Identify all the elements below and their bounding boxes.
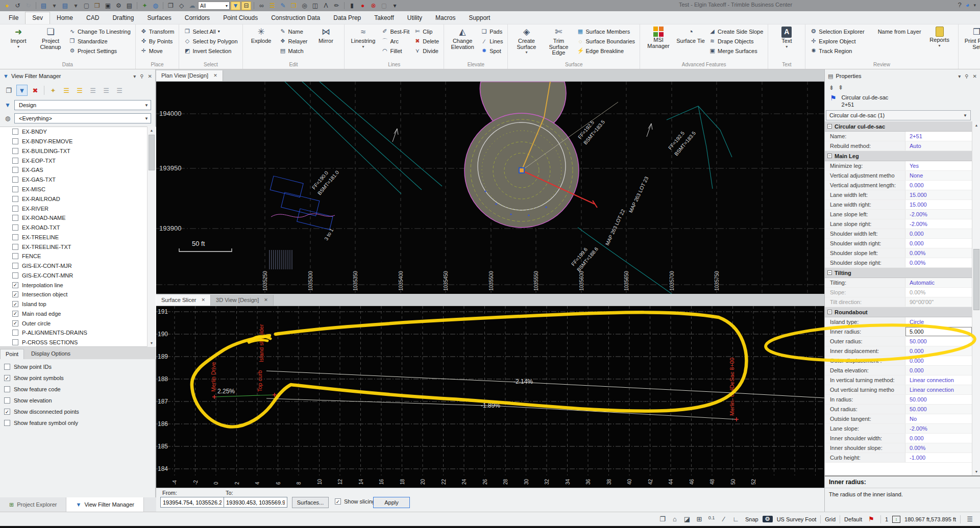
new-plan-view-icon[interactable]: ❐ — [166, 2, 176, 10]
layer-checkbox[interactable] — [12, 196, 18, 202]
ortho-icon[interactable]: ∟ — [731, 515, 741, 523]
layers-on-icon[interactable]: ☰ — [61, 85, 72, 96]
arc-button[interactable]: ⌒Arc — [380, 36, 410, 46]
undo-icon[interactable]: ↺ — [13, 2, 22, 10]
layer-filter-row[interactable]: EX-EOP-TXT — [0, 156, 156, 165]
presentation-icon[interactable]: ▮ — [347, 2, 357, 10]
edit-linework-icon[interactable]: ✎ — [278, 2, 288, 10]
compass-icon[interactable]: Λ — [321, 2, 331, 10]
divide-button[interactable]: ⋎Divide — [413, 46, 440, 56]
layer-filter-row[interactable]: EX-BNDY — [0, 127, 156, 137]
ribbon-tab-construction-data[interactable]: Construction Data — [264, 12, 327, 24]
scroll-up-icon[interactable]: ▲ — [972, 121, 980, 129]
snap-label[interactable]: Snap — [745, 516, 758, 522]
panel-close-icon[interactable]: ✕ — [973, 73, 977, 79]
everything-scope-combobox[interactable]: <Everything> ▼ — [14, 113, 151, 123]
lines-button[interactable]: ∕Lines — [480, 36, 504, 46]
layer-filter-row[interactable]: EX-ROAD-NAME — [0, 213, 156, 223]
redo-icon[interactable]: ↻ — [23, 2, 33, 10]
wand-icon[interactable]: ✦ — [47, 85, 59, 96]
property-row[interactable]: Lane slope right:-2.00% — [825, 219, 972, 229]
ribbon-tab-takeoff[interactable]: Takeoff — [368, 12, 400, 24]
close-tab-icon[interactable]: ✕ — [201, 297, 205, 303]
standardize-button[interactable]: ❒Standardize — [68, 36, 132, 46]
property-row[interactable]: Shoulder slope right:0.00% — [825, 258, 972, 268]
stop-icon[interactable]: ⊗ — [369, 2, 378, 10]
import-caret-icon[interactable]: ▾ — [50, 2, 59, 10]
property-row[interactable]: Tilt direction:90°00'00" — [825, 297, 972, 307]
property-value[interactable]: 90°00'00" — [905, 297, 972, 307]
layer-checkbox[interactable] — [12, 177, 18, 183]
change-to-linestring-button[interactable]: ∿Change To Linestring — [68, 27, 132, 36]
option-checkbox[interactable]: ✓ — [4, 375, 10, 381]
grid-label[interactable]: Grid — [825, 516, 836, 522]
collapse-icon[interactable]: − — [827, 270, 832, 275]
layer-checkbox[interactable] — [12, 129, 18, 135]
import-button[interactable]: ➜Import▾ — [4, 27, 33, 49]
property-value[interactable]: 50.000 — [905, 405, 972, 414]
property-value[interactable]: 0.000 — [905, 434, 972, 443]
shade-icon[interactable]: ◪ — [682, 515, 692, 523]
property-value[interactable]: -2.00% — [905, 210, 972, 219]
new-file-caret-icon[interactable]: ▾ — [71, 2, 81, 10]
layer-checkbox[interactable] — [12, 148, 18, 154]
collapse-icon[interactable]: − — [827, 154, 832, 158]
project-settings-button[interactable]: ⚙Project Settings — [68, 46, 132, 56]
reports-button[interactable]: Reports▾ — [925, 27, 954, 48]
layer-filter-row[interactable]: EX-RIVER — [0, 204, 156, 213]
layers-new-icon[interactable]: ☰ — [101, 85, 112, 96]
property-value[interactable]: 0.00% — [905, 288, 972, 297]
property-row[interactable]: Lane width right:15.000 — [825, 200, 972, 210]
explore-object-button[interactable]: ✢Explore Object — [809, 36, 865, 46]
layer-filter-row[interactable]: EX-BUILDING-TXT — [0, 146, 156, 156]
world-icon[interactable]: ❂ — [763, 516, 773, 522]
layer-filter-row[interactable]: EX-GAS-TXT — [0, 175, 156, 185]
layer-checkbox[interactable] — [12, 206, 18, 212]
property-value[interactable]: Linear connection — [905, 385, 972, 394]
point-tab[interactable]: Point — [0, 349, 24, 359]
scroll-down-icon[interactable]: ▼ — [972, 468, 980, 475]
panel-close-icon[interactable]: ✕ — [148, 73, 152, 79]
property-row[interactable]: Outer displacement :0.000 — [825, 356, 972, 366]
property-value[interactable]: 0.000 — [905, 346, 972, 356]
property-value[interactable]: 0.000 — [905, 181, 972, 190]
property-value[interactable]: 5.000 — [905, 327, 972, 336]
property-value[interactable]: 0.000 — [905, 239, 972, 248]
collapse-icon[interactable]: − — [827, 310, 832, 314]
import-internet-icon[interactable]: ◍ — [151, 2, 160, 10]
surfaces-button[interactable]: Surfaces... — [292, 497, 329, 508]
relayer-button[interactable]: ❖Relayer — [279, 36, 309, 46]
property-row[interactable]: Tilting:Automatic — [825, 278, 972, 288]
layer-checkbox[interactable] — [12, 158, 18, 164]
scrollbar-thumb[interactable] — [149, 135, 155, 170]
layer-checkbox[interactable]: ✓ — [12, 282, 18, 288]
ribbon-tab-macros[interactable]: Macros — [429, 12, 462, 24]
best-fit-button[interactable]: ✐Best-Fit — [380, 27, 410, 36]
layer-filter-row[interactable]: GIS-EX-CONT-MJR — [0, 261, 156, 271]
tab-surface-slicer[interactable]: Surface Slicer ✕ — [156, 295, 211, 306]
option-checkbox[interactable] — [4, 364, 10, 370]
property-section-header[interactable]: −Roundabout — [825, 307, 972, 317]
property-row[interactable]: Slope:0.00% — [825, 288, 972, 297]
transform-button[interactable]: ✥Transform — [139, 27, 176, 36]
layer-checkbox[interactable] — [12, 186, 18, 192]
layer-filter-row[interactable]: EX-MISC — [0, 185, 156, 194]
property-value[interactable]: 50.000 — [905, 395, 972, 404]
plan-view-canvas[interactable]: 1940001939501939001035250103530010353501… — [156, 82, 824, 294]
layer-filter-row[interactable]: EX-TREELINE — [0, 232, 156, 242]
import-file-icon[interactable]: ▤ — [39, 2, 48, 10]
new-file-icon[interactable]: ▤ — [60, 2, 70, 10]
ribbon-tab-home[interactable]: Home — [50, 12, 80, 24]
display-option-row[interactable]: Show elevation — [0, 395, 156, 406]
property-row[interactable]: Outer radius:50.000 — [825, 337, 972, 346]
property-section-header[interactable]: −Tilting — [825, 268, 972, 278]
spot-button[interactable]: ✹Spot — [480, 46, 504, 56]
layer-checkbox[interactable]: ✓ — [12, 320, 18, 326]
msi-manager-button[interactable]: MSI Manager — [644, 27, 673, 49]
trim-surface-edge-button[interactable]: ✄Trim Surface Edge — [544, 27, 573, 56]
display-option-row[interactable]: ✓Show point symbols — [0, 372, 156, 384]
panel-pin-icon[interactable]: ⚲ — [140, 73, 143, 79]
property-value[interactable]: Automatic — [905, 278, 972, 287]
close-tab-icon[interactable]: ✕ — [264, 297, 268, 303]
option-checkbox[interactable]: ✓ — [4, 409, 10, 415]
